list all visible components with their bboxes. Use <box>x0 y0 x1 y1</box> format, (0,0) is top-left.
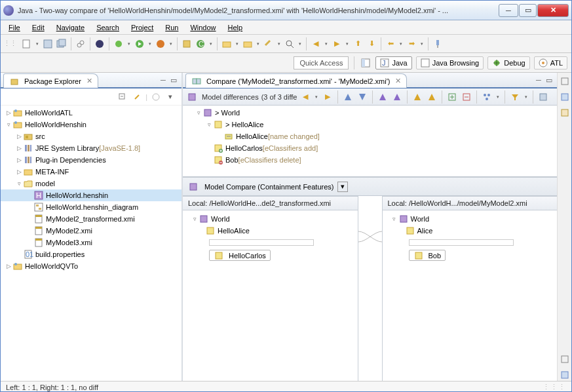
forward-icon[interactable]: ➡ <box>406 38 417 50</box>
close-compare-tab-icon[interactable]: ✕ <box>395 77 401 85</box>
expander-icon[interactable]: ▿ <box>5 121 12 128</box>
menu-run[interactable]: Run <box>160 22 183 33</box>
prev-diff-drop[interactable]: ▾ <box>314 94 319 100</box>
menu-project[interactable]: Project <box>126 22 159 33</box>
forward-drop[interactable]: ▾ <box>419 41 425 47</box>
debug-dropdown[interactable]: ▾ <box>126 41 132 47</box>
accept-right-icon[interactable] <box>426 91 438 103</box>
compare-left-body[interactable]: ▿World HelloAlice HelloCarlos <box>183 210 358 381</box>
tree-node[interactable]: ▿> World <box>183 107 557 119</box>
problems-view-icon[interactable] <box>559 369 571 381</box>
expander-icon[interactable]: ▷ <box>5 263 12 269</box>
tree-node[interactable]: MyModel2.xmi <box>1 225 181 237</box>
tree-node[interactable]: ▿model <box>1 178 181 189</box>
merge-left-icon[interactable] <box>377 91 389 103</box>
maximize-editor-icon[interactable]: ▭ <box>544 75 554 85</box>
search-dropdown[interactable]: ▾ <box>297 41 303 47</box>
open-perspective-icon[interactable] <box>360 57 372 69</box>
saveall-icon[interactable] <box>56 38 67 50</box>
outline-view-icon[interactable] <box>559 91 571 103</box>
package-explorer-tab[interactable]: Package Explorer ✕ <box>3 73 98 88</box>
restore-view-icon[interactable] <box>559 75 571 87</box>
focus-icon[interactable] <box>150 91 162 103</box>
tree-node[interactable]: Bob [eClassifiers delete] <box>183 154 557 166</box>
newclass-icon[interactable]: C <box>195 38 206 50</box>
expander-icon[interactable]: ▿ <box>205 121 213 128</box>
compare-right-body[interactable]: ▿World Alice Bob <box>383 210 558 381</box>
group-drop[interactable]: ▾ <box>495 94 501 100</box>
save-icon[interactable] <box>42 38 54 50</box>
remove-icon[interactable] <box>461 91 472 103</box>
run-dropdown[interactable]: ▾ <box>147 41 153 47</box>
back-drop[interactable]: ▾ <box>398 41 404 47</box>
search2-dropdown[interactable]: ▾ <box>276 41 282 47</box>
nav-prev-icon[interactable]: ◀ <box>310 38 322 50</box>
expander-icon[interactable]: ▿ <box>15 180 23 187</box>
newpkg-icon[interactable] <box>181 38 193 50</box>
debug-icon[interactable] <box>113 38 124 50</box>
statusbar-grip[interactable]: ⋮⋮⋮ <box>543 383 566 391</box>
group-icon[interactable] <box>481 91 493 103</box>
save-compare-icon[interactable] <box>537 91 549 103</box>
model-compare-dropdown[interactable]: ▾ <box>337 182 348 192</box>
nav-prev-drop[interactable]: ▾ <box>324 41 329 47</box>
compare-tab[interactable]: Compare ('MyModel2_transformed.xmi' - 'M… <box>185 73 407 88</box>
accept-left-icon[interactable] <box>411 91 423 103</box>
quick-access[interactable]: Quick Access <box>294 56 349 69</box>
merge-right-icon[interactable] <box>391 91 403 103</box>
collapse-all-icon[interactable] <box>117 91 128 103</box>
menu-file[interactable]: File <box>3 22 26 33</box>
tree-node[interactable]: HHelloWorld.henshin <box>1 189 181 201</box>
expander-icon[interactable]: ▿ <box>191 216 199 222</box>
opentype-icon[interactable] <box>242 38 254 50</box>
tree-node[interactable]: ▷Plug-in Dependencies <box>1 154 181 166</box>
expander-icon[interactable]: ▷ <box>5 109 12 116</box>
pin-icon[interactable] <box>432 38 444 50</box>
view-menu-icon[interactable]: ▾ <box>164 91 176 103</box>
menu-navigate[interactable]: Navigate <box>51 22 90 33</box>
tree-node[interactable]: HelloAlice [name changed] <box>183 130 557 142</box>
expander-icon[interactable]: ▿ <box>195 109 202 116</box>
nav-down-icon[interactable]: ⬇ <box>366 38 377 50</box>
nav-next-icon[interactable]: ▶ <box>331 38 343 50</box>
nav-next-drop[interactable]: ▾ <box>345 41 350 47</box>
menu-window[interactable]: Window <box>185 22 221 33</box>
perspective-atl[interactable]: ATL <box>534 56 567 69</box>
atl-icon[interactable] <box>94 38 105 50</box>
opentype-dropdown[interactable]: ▾ <box>256 41 261 47</box>
expander-icon[interactable]: ▿ <box>391 216 398 222</box>
newclass-dropdown[interactable]: ▾ <box>208 41 214 47</box>
new-dropdown[interactable]: ▾ <box>35 41 40 47</box>
coverage-dropdown[interactable]: ▾ <box>168 41 174 47</box>
tree-node[interactable]: MyModel3.xmi <box>1 237 181 248</box>
diff-tree[interactable]: ▿> World▿> HelloAliceHelloAlice [name ch… <box>183 106 557 178</box>
perspective-java[interactable]: J Java <box>375 56 411 69</box>
nav-up-icon[interactable]: ⬆ <box>352 38 364 50</box>
menu-edit[interactable]: Edit <box>27 22 50 33</box>
tree-node[interactable]: HelloWorld.henshin_diagram <box>1 201 181 213</box>
tree-node[interactable]: HelloCarlos [eClassifiers add] <box>183 142 557 154</box>
minimize-view-icon[interactable]: ─ <box>158 75 168 85</box>
tree-node[interactable]: ▷src <box>1 130 181 142</box>
close-button[interactable]: ✕ <box>537 4 569 17</box>
tree-node[interactable]: ▷JRE System Library [JavaSE-1.8] <box>1 142 181 154</box>
new-icon[interactable] <box>21 38 33 50</box>
expander-icon[interactable]: ▷ <box>15 157 23 163</box>
expander-icon[interactable]: ▷ <box>15 168 23 175</box>
run-icon[interactable] <box>134 38 145 50</box>
perspective-debug[interactable]: Debug <box>487 56 529 69</box>
add-icon[interactable] <box>446 91 458 103</box>
tree-node[interactable]: MyModel2_transformed.xmi <box>1 213 181 225</box>
coverage-icon[interactable] <box>155 38 166 50</box>
next-diff-icon[interactable]: ▶ <box>322 91 334 103</box>
filter-icon[interactable] <box>509 91 521 103</box>
tree-node[interactable]: ▷HelloWorldQVTo <box>1 260 181 272</box>
openfolder-dropdown[interactable]: ▾ <box>235 41 240 47</box>
tree-node[interactable]: ▿> HelloAlice <box>183 119 557 130</box>
menu-search[interactable]: Search <box>91 22 124 33</box>
tree-node[interactable]: ▿HelloWorldHenshin <box>1 119 181 130</box>
restore-view2-icon[interactable] <box>559 353 571 365</box>
search-icon[interactable] <box>284 38 296 50</box>
close-tab-icon[interactable]: ✕ <box>86 77 92 85</box>
minimize-button[interactable]: ─ <box>499 4 518 17</box>
